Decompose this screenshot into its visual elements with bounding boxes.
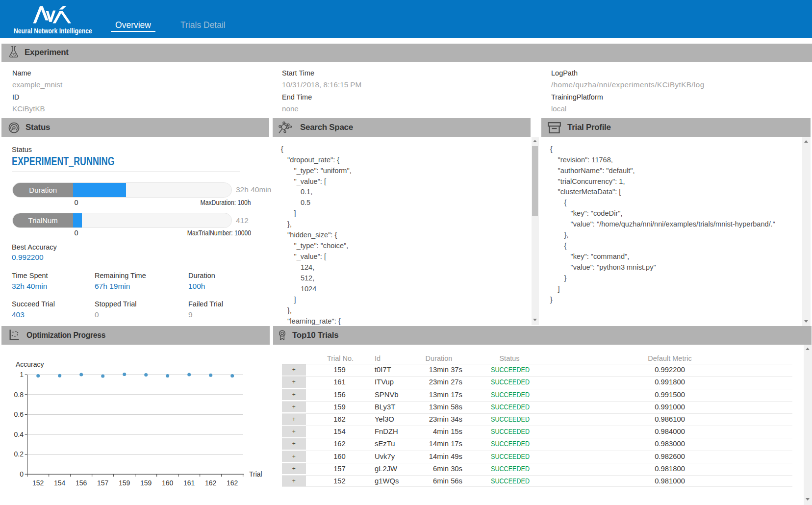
svg-text:154: 154 (54, 479, 66, 487)
svg-text:159: 159 (119, 479, 130, 487)
svg-text:162: 162 (205, 479, 217, 487)
svg-text:160: 160 (162, 479, 174, 487)
svg-text:157: 157 (97, 479, 109, 487)
svg-text:0.6: 0.6 (14, 410, 24, 418)
svg-text:Trial: Trial (249, 470, 262, 478)
svg-text:152: 152 (32, 479, 44, 487)
svg-text:0.4: 0.4 (14, 430, 24, 438)
svg-text:161: 161 (183, 479, 195, 487)
svg-text:0.8: 0.8 (14, 391, 24, 399)
svg-text:159: 159 (140, 479, 152, 487)
svg-text:0: 0 (20, 470, 24, 478)
svg-text:162: 162 (227, 479, 238, 487)
svg-text:0.2: 0.2 (14, 450, 24, 458)
svg-text:156: 156 (76, 479, 87, 487)
svg-text:1: 1 (20, 371, 24, 379)
svg-text:Accuracy: Accuracy (16, 360, 44, 368)
